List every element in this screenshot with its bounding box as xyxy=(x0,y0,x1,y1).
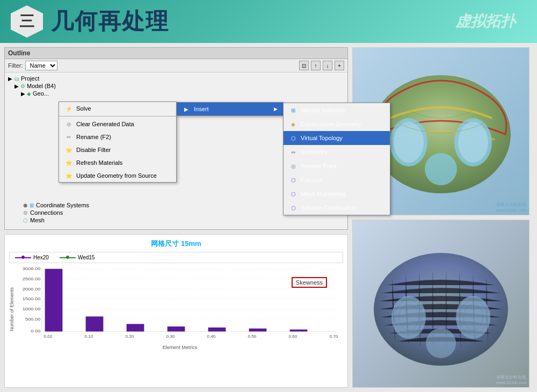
svg-rect-16 xyxy=(86,316,104,331)
svg-text:0.30: 0.30 xyxy=(166,335,175,339)
svg-point-37 xyxy=(391,296,426,339)
submenu: ⊞ Named Selection ◈ Construction Geometr… xyxy=(283,103,390,215)
legend-wed15-line xyxy=(60,257,76,258)
filter-label: Filter: xyxy=(8,62,23,69)
main-content: Outline Filter: Name ⊡ ↑ ↓ + ▶ 🗂 Project xyxy=(0,43,537,392)
svg-text:3006.00: 3006.00 xyxy=(23,266,41,271)
svg-text:2000.00: 2000.00 xyxy=(23,287,41,292)
svg-text:0.50: 0.50 xyxy=(248,335,257,339)
refresh-materials-icon: ⭐ xyxy=(64,158,73,167)
filter-icon-3[interactable]: ↓ xyxy=(323,61,332,70)
clear-icon: ⊘ xyxy=(64,120,73,128)
legend-hex20-line xyxy=(15,257,31,258)
tree-connections[interactable]: ⚙ Connections xyxy=(23,209,89,216)
filter-icon-2[interactable]: ↑ xyxy=(311,61,321,70)
legend-wed15: Wed15 xyxy=(60,255,95,260)
svg-point-34 xyxy=(458,122,488,163)
left-panel: Outline Filter: Name ⊡ ↑ ↓ + ▶ 🗂 Project xyxy=(4,47,348,388)
submenu-solution-combination[interactable]: ⬡ Solution Combination xyxy=(284,201,390,215)
submenu-virtual-topology[interactable]: ⬡ Virtual Topology xyxy=(284,131,390,145)
svg-rect-17 xyxy=(127,324,144,331)
submenu-symmetry[interactable]: ⇔ Symmetry xyxy=(284,145,390,159)
svg-point-32 xyxy=(394,122,424,163)
section-number: 三 xyxy=(11,5,43,38)
svg-text:0.60: 0.60 xyxy=(289,335,297,339)
submenu-mesh-numbering[interactable]: ⬡ Mesh Numbering xyxy=(284,187,390,201)
update-geometry-icon: ⭐ xyxy=(64,171,73,180)
chart-area: 网格尺寸 15mm Hex20 Wed15 Number of Elements xyxy=(4,234,348,388)
tree-model[interactable]: ▶ ⚙ Model (B4) xyxy=(14,82,344,90)
tree-geo[interactable]: ▶ ◆ Geo... xyxy=(21,90,344,97)
header: 三 几何再处理 虚拟拓扑 xyxy=(0,0,537,43)
outline-filter-bar: Filter: Name ⊡ ↑ ↓ + xyxy=(5,59,347,72)
filter-icon-1[interactable]: ⊡ xyxy=(299,61,309,70)
menu-refresh-materials[interactable]: ⭐ Refresh Materials xyxy=(59,156,176,169)
svg-text:0.00: 0.00 xyxy=(31,329,41,333)
menu-rename[interactable]: ✏ Rename (F2) xyxy=(59,130,176,143)
menu-update-geometry[interactable]: ⭐ Update Geometry from Source xyxy=(59,169,176,182)
svg-text:0.40: 0.40 xyxy=(207,335,216,339)
outline-panel: Outline Filter: Name ⊡ ↑ ↓ + ▶ 🗂 Project xyxy=(4,47,348,230)
remote-point-icon: ◎ xyxy=(289,162,297,170)
tree-project[interactable]: ▶ 🗂 Project xyxy=(8,75,344,82)
svg-text:1500.00: 1500.00 xyxy=(23,296,41,301)
svg-text:0.10: 0.10 xyxy=(85,335,93,339)
solve-icon: ⚡ xyxy=(64,104,73,113)
svg-rect-20 xyxy=(249,329,267,332)
svg-text:500.00: 500.00 xyxy=(25,317,41,322)
svg-text:1000.00: 1000.00 xyxy=(23,307,41,311)
filter-icon-4[interactable]: + xyxy=(335,61,344,70)
menu-solve[interactable]: ⚡ Solve xyxy=(59,102,176,115)
filter-icons: ⊡ ↑ ↓ + xyxy=(299,61,344,70)
skewness-badge: Skewness xyxy=(292,277,327,288)
legend-hex20: Hex20 xyxy=(15,255,49,260)
submenu-fracture[interactable]: ⬡ Fracture xyxy=(284,173,390,187)
submenu-arrow: ▶ xyxy=(274,106,278,112)
svg-text:2500.00: 2500.00 xyxy=(23,277,41,281)
fracture-icon: ⬡ xyxy=(289,176,297,184)
separator-1 xyxy=(59,116,176,117)
mesh-numbering-icon: ⬡ xyxy=(289,190,297,198)
outline-header: Outline xyxy=(5,48,347,59)
svg-text:0.70: 0.70 xyxy=(330,335,338,339)
outline-tree: ▶ 🗂 Project ▶ ⚙ Model (B4) ▶ ◆ Geo... xyxy=(5,72,347,99)
chart-legend: Hex20 Wed15 xyxy=(9,252,343,263)
submenu-named-selection[interactable]: ⊞ Named Selection xyxy=(284,103,390,117)
model-image-bottom: 有限元分析在线 www.1CAE.com xyxy=(352,220,529,388)
insert-icon: ▶ xyxy=(182,105,191,113)
svg-point-35 xyxy=(425,153,457,185)
virtual-topology-icon: ⬡ xyxy=(289,134,297,142)
disable-filter-icon: ⭐ xyxy=(64,146,73,154)
tree-bottom: ⊕ ⊞ Coordinate Systems ⚙ Connections ⬡ M… xyxy=(10,201,89,224)
svg-point-38 xyxy=(456,296,490,339)
solution-combination-icon: ⬡ xyxy=(289,204,297,212)
svg-rect-18 xyxy=(168,326,185,331)
model-svg-bottom xyxy=(360,231,521,376)
page-subtitle: 虚拟拓扑 xyxy=(455,11,516,32)
menu-clear[interactable]: ⊘ Clear Generated Data xyxy=(59,118,176,130)
y-axis-label: Number of Elements xyxy=(9,266,14,352)
watermark-top: 有限元分析在线 www.1CAE.com xyxy=(496,202,527,213)
right-panel: 有限元分析在线 www.1CAE.com xyxy=(352,47,529,388)
svg-rect-15 xyxy=(45,269,63,332)
construction-geometry-icon: ◈ xyxy=(289,120,297,128)
svg-rect-21 xyxy=(290,330,308,332)
x-axis-label: Element Metrics xyxy=(17,345,343,350)
tree-mesh[interactable]: ⬡ Mesh xyxy=(23,216,89,224)
svg-text:0.20: 0.20 xyxy=(126,335,134,339)
symmetry-icon: ⇔ xyxy=(289,148,297,156)
page-title: 几何再处理 xyxy=(51,6,169,37)
rename-icon: ✏ xyxy=(64,133,73,141)
menu-disable-filter[interactable]: ⭐ Disable Filter xyxy=(59,143,176,156)
submenu-construction-geometry[interactable]: ◈ Construction Geometry xyxy=(284,117,390,131)
filter-select[interactable]: Name xyxy=(25,61,57,70)
chart-title: 网格尺寸 15mm xyxy=(9,239,343,249)
submenu-remote-point[interactable]: ◎ Remote Point xyxy=(284,159,390,173)
chart-wrapper: Number of Elements 3006. xyxy=(9,266,343,352)
menu-insert[interactable]: ▶ Insert ▶ ⊞ Named Selection ◈ Construct… xyxy=(176,102,284,116)
svg-rect-19 xyxy=(208,328,226,331)
tree-coordinate-systems[interactable]: ⊕ ⊞ Coordinate Systems xyxy=(23,201,89,209)
chart-inner: 3006.00 2500.00 2000.00 1500.00 1000.00 … xyxy=(17,266,343,352)
svg-point-39 xyxy=(426,328,456,358)
context-menu: ▶ Insert ▶ ⊞ Named Selection ◈ Construct… xyxy=(59,101,177,183)
